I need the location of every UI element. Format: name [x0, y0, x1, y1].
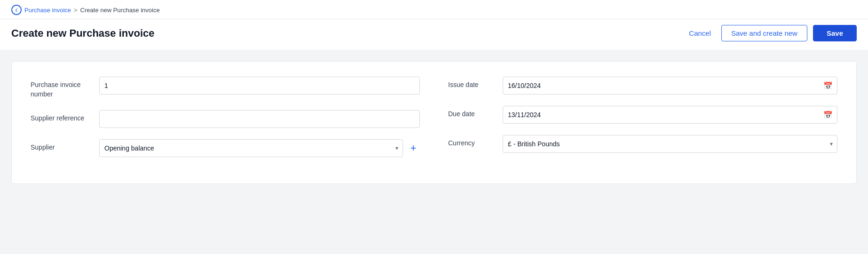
- form-grid: Purchase invoice number Supplier referen…: [31, 77, 837, 168]
- page-header: Create new Purchase invoice Cancel Save …: [0, 19, 868, 50]
- breadcrumb-link[interactable]: Purchase invoice: [24, 7, 71, 14]
- due-date-group: Due date 📅: [448, 106, 837, 124]
- due-date-input-wrapper: 📅: [503, 106, 837, 124]
- supplier-label: Supplier: [31, 139, 92, 152]
- form-right: Issue date 📅 Due date 📅: [448, 77, 837, 168]
- supplier-field-wrapper: Opening balance ▾ +: [99, 139, 420, 157]
- add-supplier-button[interactable]: +: [407, 142, 420, 155]
- breadcrumb-separator: >: [74, 7, 78, 14]
- invoice-number-field-wrapper: [99, 77, 420, 95]
- issue-date-label: Issue date: [448, 77, 495, 90]
- breadcrumb-current: Create new Purchase invoice: [80, 7, 160, 14]
- back-button[interactable]: [11, 5, 22, 15]
- due-date-label: Due date: [448, 106, 495, 119]
- form-left: Purchase invoice number Supplier referen…: [31, 77, 420, 168]
- due-date-field-wrapper: 📅: [503, 106, 837, 124]
- supplier-select[interactable]: Opening balance: [99, 139, 403, 157]
- breadcrumb: Purchase invoice > Create new Purchase i…: [11, 5, 857, 19]
- supplier-reference-group: Supplier reference: [31, 110, 420, 128]
- currency-select[interactable]: £ - British Pounds $ - US Dollars € - Eu…: [503, 135, 837, 153]
- header-actions: Cancel Save and create new Save: [684, 25, 857, 41]
- supplier-select-wrapper: Opening balance ▾: [99, 139, 403, 157]
- invoice-number-label: Purchase invoice number: [31, 77, 92, 99]
- issue-date-group: Issue date 📅: [448, 77, 837, 95]
- supplier-group: Supplier Opening balance ▾ +: [31, 139, 420, 157]
- supplier-reference-field-wrapper: [99, 110, 420, 128]
- currency-group: Currency £ - British Pounds $ - US Dolla…: [448, 135, 837, 153]
- invoice-number-group: Purchase invoice number: [31, 77, 420, 99]
- invoice-number-input[interactable]: [99, 77, 420, 95]
- issue-date-field-wrapper: 📅: [503, 77, 837, 95]
- main-content: Purchase invoice number Supplier referen…: [0, 50, 868, 195]
- page-title: Create new Purchase invoice: [11, 27, 154, 40]
- save-button[interactable]: Save: [813, 25, 857, 41]
- save-and-create-new-button[interactable]: Save and create new: [721, 25, 807, 41]
- currency-label: Currency: [448, 135, 495, 148]
- supplier-reference-input[interactable]: [99, 110, 420, 128]
- form-card: Purchase invoice number Supplier referen…: [11, 61, 857, 184]
- due-date-input[interactable]: [503, 106, 837, 124]
- issue-date-input[interactable]: [503, 77, 837, 95]
- currency-select-wrapper: £ - British Pounds $ - US Dollars € - Eu…: [503, 135, 837, 153]
- issue-date-input-wrapper: 📅: [503, 77, 837, 95]
- supplier-reference-label: Supplier reference: [31, 110, 92, 123]
- cancel-button[interactable]: Cancel: [684, 26, 716, 40]
- currency-field-wrapper: £ - British Pounds $ - US Dollars € - Eu…: [503, 135, 837, 153]
